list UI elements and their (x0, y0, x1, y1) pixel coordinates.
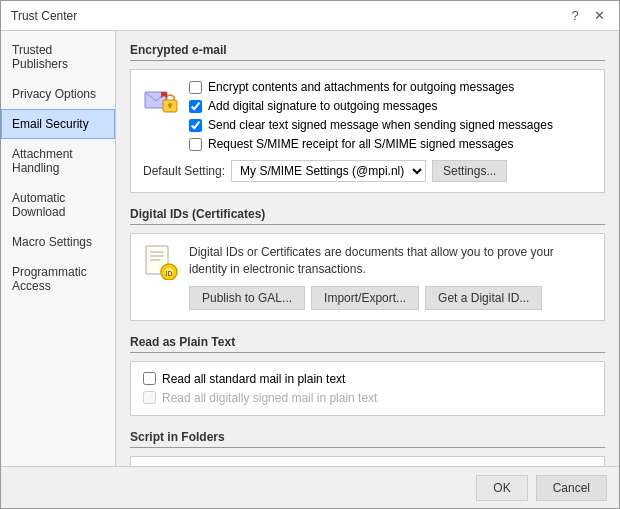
get-digital-id-button[interactable]: Get a Digital ID... (425, 286, 542, 310)
lock-envelope-svg (143, 82, 179, 118)
sidebar-item-programmatic-access[interactable]: Programmatic Access (1, 257, 115, 301)
checkbox-read-digitally-signed: Read all digitally signed mail in plain … (143, 391, 592, 405)
cancel-button[interactable]: Cancel (536, 475, 607, 501)
digital-ids-inner: ID Digital IDs or Certificates are docum… (130, 233, 605, 321)
smime-receipt-checkbox[interactable] (189, 138, 202, 151)
dialog-title: Trust Center (11, 9, 77, 23)
main-content: Encrypted e-mail (116, 31, 619, 466)
ok-button[interactable]: OK (476, 475, 527, 501)
digital-ids-buttons: Publish to GAL... Import/Export... Get a… (189, 286, 592, 310)
mime-settings-select[interactable]: My S/MIME Settings (@mpi.nl) (231, 160, 426, 182)
sidebar-item-privacy-options[interactable]: Privacy Options (1, 79, 115, 109)
trust-center-dialog: Trust Center ? ✕ Trusted Publishers Priv… (0, 0, 620, 509)
sidebar-item-trusted-publishers[interactable]: Trusted Publishers (1, 35, 115, 79)
read-digitally-signed-label: Read all digitally signed mail in plain … (162, 391, 377, 405)
read-standard-label[interactable]: Read all standard mail in plain text (162, 372, 345, 386)
encrypt-label[interactable]: Encrypt contents and attachments for out… (208, 80, 514, 94)
footer: OK Cancel (1, 466, 619, 508)
sidebar: Trusted Publishers Privacy Options Email… (1, 31, 116, 466)
clear-text-label[interactable]: Send clear text signed message when send… (208, 118, 553, 132)
sidebar-item-macro-settings[interactable]: Macro Settings (1, 227, 115, 257)
digital-ids-desc: Digital IDs or Certificates are document… (189, 244, 592, 278)
encrypted-email-section: Encrypted e-mail (130, 43, 605, 193)
close-button[interactable]: ✕ (589, 6, 609, 26)
encrypted-email-inner: Encrypt contents and attachments for out… (130, 69, 605, 193)
read-digitally-signed-checkbox (143, 391, 156, 404)
publish-to-gal-button[interactable]: Publish to GAL... (189, 286, 305, 310)
import-export-button[interactable]: Import/Export... (311, 286, 419, 310)
script-folders-inner: Allow script in shared folders Allow scr… (130, 456, 605, 466)
digital-ids-title: Digital IDs (Certificates) (130, 207, 605, 225)
digital-sig-label[interactable]: Add digital signature to outgoing messag… (208, 99, 437, 113)
script-folders-title: Script in Folders (130, 430, 605, 448)
checkbox-smime-receipt: Request S/MIME receipt for all S/MIME si… (189, 137, 553, 151)
svg-rect-3 (169, 105, 171, 108)
default-setting-label: Default Setting: (143, 164, 225, 178)
smime-receipt-label[interactable]: Request S/MIME receipt for all S/MIME si… (208, 137, 513, 151)
certificate-icon: ID (143, 244, 179, 280)
content-area: Trusted Publishers Privacy Options Email… (1, 31, 619, 466)
default-setting-row: Default Setting: My S/MIME Settings (@mp… (143, 160, 592, 182)
plain-text-section: Read as Plain Text Read all standard mai… (130, 335, 605, 416)
svg-text:ID: ID (166, 270, 173, 277)
sidebar-item-automatic-download[interactable]: Automatic Download (1, 183, 115, 227)
digital-ids-content: Digital IDs or Certificates are document… (189, 244, 592, 310)
checkboxes-col: Encrypt contents and attachments for out… (189, 80, 553, 151)
help-button[interactable]: ? (565, 6, 585, 26)
settings-button[interactable]: Settings... (432, 160, 507, 182)
checkbox-encrypt: Encrypt contents and attachments for out… (189, 80, 553, 94)
cert-svg: ID (143, 244, 179, 280)
clear-text-checkbox[interactable] (189, 119, 202, 132)
checkbox-read-standard: Read all standard mail in plain text (143, 372, 592, 386)
script-folders-section: Script in Folders Allow script in shared… (130, 430, 605, 466)
checkbox-digital-sig: Add digital signature to outgoing messag… (189, 99, 553, 113)
plain-text-title: Read as Plain Text (130, 335, 605, 353)
digital-ids-section: Digital IDs (Certificates) ID (130, 207, 605, 321)
plain-text-inner: Read all standard mail in plain text Rea… (130, 361, 605, 416)
title-bar: Trust Center ? ✕ (1, 1, 619, 31)
digital-sig-checkbox[interactable] (189, 100, 202, 113)
sidebar-item-attachment-handling[interactable]: Attachment Handling (1, 139, 115, 183)
sidebar-item-email-security[interactable]: Email Security (1, 109, 115, 139)
title-controls: ? ✕ (565, 6, 609, 26)
checkbox-clear-text: Send clear text signed message when send… (189, 118, 553, 132)
email-icon-row: Encrypt contents and attachments for out… (143, 80, 592, 151)
encrypted-email-title: Encrypted e-mail (130, 43, 605, 61)
lock-envelope-icon (143, 82, 179, 118)
encrypt-checkbox[interactable] (189, 81, 202, 94)
read-standard-checkbox[interactable] (143, 372, 156, 385)
